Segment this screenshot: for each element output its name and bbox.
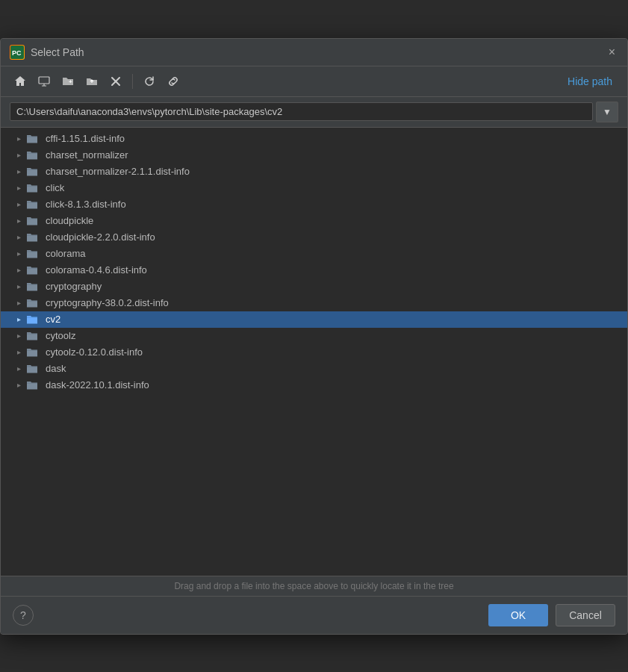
- expand-arrow-icon[interactable]: ▸: [13, 231, 25, 243]
- folder-up-button[interactable]: [81, 71, 102, 92]
- toolbar-divider-1: [132, 74, 133, 89]
- tree-item[interactable]: ▸ charset_normalizer: [1, 147, 627, 164]
- tree-item-label: cryptography: [46, 281, 102, 292]
- expand-arrow-icon[interactable]: ▸: [13, 297, 25, 309]
- expand-arrow-icon[interactable]: ▸: [13, 281, 25, 293]
- folder-icon: [26, 314, 38, 325]
- tree-item[interactable]: ▸ dask-2022.10.1.dist-info: [1, 377, 627, 393]
- title-bar-left: PC Select Path: [10, 45, 84, 60]
- refresh-button[interactable]: [139, 71, 160, 92]
- folder-icon: [26, 183, 38, 193]
- hide-path-button[interactable]: Hide path: [562, 72, 618, 90]
- tree-item[interactable]: ▸ cloudpickle-2.2.0.dist-info: [1, 229, 627, 246]
- expand-arrow-icon[interactable]: ▸: [13, 166, 25, 178]
- folder-icon: [26, 134, 38, 144]
- desktop-button[interactable]: [34, 71, 55, 92]
- tree-item-label: cloudpickle: [46, 215, 93, 226]
- tree-item-label: dask-2022.10.1.dist-info: [46, 379, 149, 391]
- tree-item-label: cytoolz-0.12.0.dist-info: [46, 346, 143, 358]
- cancel-button[interactable]: Cancel: [556, 604, 615, 626]
- folder-icon: [26, 150, 38, 161]
- folder-icon: [26, 380, 38, 391]
- tree-item[interactable]: ▸ colorama-0.4.6.dist-info: [1, 262, 627, 279]
- help-button[interactable]: ?: [13, 605, 34, 626]
- dialog-title: Select Path: [31, 46, 84, 58]
- tree-item-label: cloudpickle-2.2.0.dist-info: [46, 231, 155, 243]
- app-icon: PC: [10, 45, 25, 60]
- expand-arrow-icon[interactable]: ▸: [13, 199, 25, 211]
- folder-icon: [26, 331, 38, 341]
- folder-icon: [26, 364, 38, 374]
- dialog-footer: ? OK Cancel: [1, 596, 627, 634]
- tree-item[interactable]: ▸ cytoolz-0.12.0.dist-info: [1, 344, 627, 361]
- tree-item-label: charset_normalizer-2.1.1.dist-info: [46, 166, 190, 177]
- path-dropdown-button[interactable]: ▼: [596, 102, 618, 122]
- path-input[interactable]: [10, 102, 593, 121]
- tree-item[interactable]: ▸ click: [1, 180, 627, 196]
- copy-link-button[interactable]: [163, 71, 184, 92]
- tree-item-label: click-8.1.3.dist-info: [46, 199, 126, 210]
- tree-item[interactable]: ▸ colorama: [1, 246, 627, 262]
- toolbar: +: [1, 66, 627, 97]
- svg-text:+: +: [69, 78, 72, 85]
- expand-arrow-icon[interactable]: ▸: [13, 149, 25, 161]
- select-path-dialog: PC Select Path ×: [0, 38, 628, 635]
- footer-right: OK Cancel: [488, 604, 615, 626]
- folder-icon: [26, 232, 38, 243]
- tree-item[interactable]: ▸ cloudpickle: [1, 213, 627, 229]
- expand-arrow-icon[interactable]: ▸: [13, 363, 25, 375]
- tree-item-label: cryptography-38.0.2.dist-info: [46, 297, 169, 308]
- expand-arrow-icon[interactable]: ▸: [13, 314, 25, 326]
- home-button[interactable]: [10, 71, 31, 92]
- folder-icon: [26, 199, 38, 210]
- expand-arrow-icon[interactable]: ▸: [13, 248, 25, 260]
- expand-arrow-icon[interactable]: ▸: [13, 346, 25, 358]
- svg-rect-2: [39, 77, 49, 84]
- tree-list: ▸ cffi-1.15.1.dist-info▸ charset_normali…: [1, 128, 627, 396]
- expand-arrow-icon[interactable]: ▸: [13, 379, 25, 391]
- folder-icon: [26, 347, 38, 358]
- title-bar: PC Select Path ×: [1, 39, 627, 66]
- expand-arrow-icon[interactable]: ▸: [13, 330, 25, 342]
- path-bar: ▼: [1, 97, 627, 128]
- tree-item[interactable]: ▸ cryptography: [1, 279, 627, 295]
- expand-arrow-icon[interactable]: ▸: [13, 133, 25, 145]
- tree-item[interactable]: ▸ click-8.1.3.dist-info: [1, 196, 627, 213]
- folder-icon: [26, 216, 38, 226]
- drag-hint: Drag and drop a file into the space abov…: [1, 576, 627, 596]
- expand-arrow-icon[interactable]: ▸: [13, 264, 25, 276]
- file-tree[interactable]: ▸ cffi-1.15.1.dist-info▸ charset_normali…: [1, 128, 627, 576]
- tree-item-label: cffi-1.15.1.dist-info: [46, 133, 125, 144]
- tree-item-label: colorama-0.4.6.dist-info: [46, 264, 147, 276]
- tree-item[interactable]: ▸ charset_normalizer-2.1.1.dist-info: [1, 164, 627, 180]
- ok-button[interactable]: OK: [488, 604, 548, 626]
- toolbar-buttons: +: [10, 71, 184, 92]
- tree-item-label: cytoolz: [46, 330, 75, 341]
- folder-icon: [26, 249, 38, 259]
- expand-arrow-icon[interactable]: ▸: [13, 215, 25, 227]
- tree-item[interactable]: ▸ dask: [1, 361, 627, 377]
- folder-icon: [26, 298, 38, 308]
- tree-item-label: click: [46, 182, 64, 193]
- tree-item[interactable]: ▸ cytoolz: [1, 328, 627, 344]
- delete-button[interactable]: [105, 71, 126, 92]
- tree-item-label: dask: [46, 363, 66, 374]
- tree-item[interactable]: ▸ cv2: [1, 311, 627, 328]
- tree-item-label: charset_normalizer: [46, 149, 128, 161]
- folder-icon: [26, 265, 38, 276]
- svg-text:PC: PC: [12, 49, 22, 57]
- tree-item[interactable]: ▸ cryptography-38.0.2.dist-info: [1, 295, 627, 311]
- close-button[interactable]: ×: [606, 45, 618, 60]
- new-folder-button[interactable]: +: [57, 71, 78, 92]
- tree-item[interactable]: ▸ cffi-1.15.1.dist-info: [1, 131, 627, 147]
- tree-item-label: colorama: [46, 248, 85, 259]
- folder-icon: [26, 167, 38, 177]
- tree-item-label: cv2: [46, 314, 60, 325]
- expand-arrow-icon[interactable]: ▸: [13, 182, 25, 194]
- folder-icon: [26, 281, 38, 292]
- footer-left: ?: [13, 605, 34, 626]
